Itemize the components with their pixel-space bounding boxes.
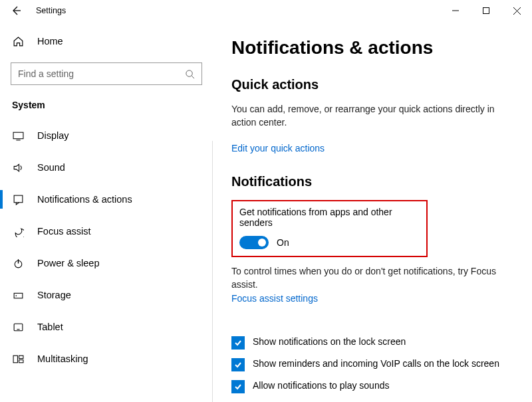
window-title: Settings	[36, 6, 66, 15]
sound-icon	[12, 162, 24, 173]
notifications-title: Notifications	[231, 174, 519, 189]
nav-label: Storage	[37, 290, 71, 300]
search-input[interactable]: Find a setting	[11, 62, 202, 85]
svg-line-5	[192, 76, 194, 78]
check-reminders-voip[interactable]: Show reminders and incoming VoIP calls o…	[231, 357, 519, 371]
sidebar-item-notifications[interactable]: Notifications & actions	[0, 183, 213, 215]
edit-quick-actions-link[interactable]: Edit your quick actions	[231, 143, 325, 153]
main-content: Notifications & actions Quick actions Yo…	[213, 21, 532, 402]
nav-label: Multitasking	[37, 353, 88, 364]
sidebar-item-storage[interactable]: Storage	[0, 279, 213, 311]
sidebar-section: System	[0, 85, 213, 120]
svg-rect-16	[19, 355, 23, 358]
svg-rect-8	[14, 195, 23, 203]
checkbox-icon	[231, 380, 245, 393]
sidebar-item-tablet[interactable]: Tablet	[0, 311, 213, 343]
minimize-button[interactable]	[440, 0, 471, 21]
back-button[interactable]	[9, 4, 23, 17]
nav-label: Notifications & actions	[37, 194, 132, 205]
storage-icon	[12, 290, 24, 301]
nav-label: Display	[37, 130, 69, 141]
titlebar: Settings	[0, 0, 532, 21]
nav-label: Focus assist	[37, 226, 91, 237]
checkbox-icon	[231, 358, 245, 371]
sidebar-item-display[interactable]: Display	[0, 120, 213, 151]
sidebar-item-sound[interactable]: Sound	[0, 151, 213, 183]
focus-icon	[12, 226, 24, 237]
sidebar-item-power-sleep[interactable]: Power & sleep	[0, 247, 213, 279]
highlight-box: Get notifications from apps and other se…	[231, 200, 428, 257]
checkbox-icon	[231, 336, 245, 350]
nav-label: Power & sleep	[37, 258, 100, 268]
toggle-state: On	[277, 237, 289, 248]
svg-rect-11	[14, 293, 23, 298]
svg-rect-6	[13, 132, 23, 139]
svg-rect-1	[483, 8, 489, 14]
sidebar-item-focus-assist[interactable]: Focus assist	[0, 215, 213, 247]
home-nav[interactable]: Home	[0, 28, 213, 54]
sidebar: Home Find a setting System Display Sound…	[0, 21, 213, 402]
nav-label: Tablet	[37, 322, 63, 332]
check-lockscreen-notifications[interactable]: Show notifications on the lock screen	[231, 336, 519, 350]
search-icon	[185, 69, 195, 79]
maximize-button[interactable]	[471, 0, 501, 21]
page-title: Notifications & actions	[231, 37, 519, 58]
home-label: Home	[37, 36, 63, 47]
quick-actions-section: Quick actions You can add, remove, or re…	[231, 77, 519, 154]
home-icon	[12, 36, 24, 47]
svg-rect-15	[13, 355, 17, 363]
toggle-label: Get notifications from apps and other se…	[239, 207, 420, 228]
check-label: Allow notifications to play sounds	[253, 379, 389, 393]
display-icon	[12, 130, 24, 142]
nav-label: Sound	[37, 162, 65, 173]
check-label: Show reminders and incoming VoIP calls o…	[253, 357, 499, 371]
notifications-icon	[12, 194, 24, 205]
notifications-section: Notifications Get notifications from app…	[231, 174, 519, 402]
tablet-icon	[12, 322, 24, 333]
window-controls	[440, 0, 532, 21]
svg-rect-17	[19, 359, 23, 362]
multitasking-icon	[12, 353, 24, 365]
focus-assist-helper: To control times when you do or don't ge…	[231, 265, 519, 291]
focus-assist-link[interactable]: Focus assist settings	[231, 293, 318, 304]
search-placeholder: Find a setting	[18, 68, 74, 79]
quick-actions-desc: You can add, remove, or rearrange your q…	[231, 103, 519, 129]
check-play-sounds[interactable]: Allow notifications to play sounds	[231, 379, 519, 393]
sidebar-divider	[212, 141, 213, 402]
svg-point-4	[186, 70, 192, 76]
svg-point-12	[15, 295, 17, 296]
power-icon	[12, 258, 24, 269]
sidebar-item-multitasking[interactable]: Multitasking	[0, 343, 213, 375]
notifications-toggle[interactable]	[239, 236, 269, 249]
check-label: Show notifications on the lock screen	[253, 336, 406, 349]
quick-actions-title: Quick actions	[231, 77, 519, 92]
close-button[interactable]	[501, 0, 532, 21]
